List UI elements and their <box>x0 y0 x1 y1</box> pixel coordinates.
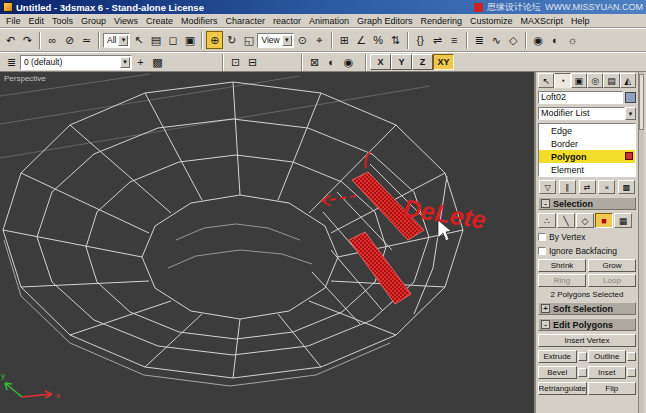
configure-stack-button[interactable]: ▩ <box>618 180 635 194</box>
tab-motion[interactable]: ◎ <box>587 73 603 88</box>
perspective-viewport[interactable]: Perspective <box>0 72 536 413</box>
menu-item-group[interactable]: Group <box>77 16 110 26</box>
percent-snap-icon[interactable]: % <box>370 31 387 49</box>
grow-button[interactable]: Grow <box>588 259 636 272</box>
extrude-settings-button[interactable] <box>578 352 587 361</box>
bind-to-spacewarp-icon[interactable]: ≃ <box>78 31 95 49</box>
loop-button[interactable]: Loop <box>588 274 636 287</box>
ring-button[interactable]: Ring <box>538 274 586 287</box>
chevron-down-icon[interactable]: ▾ <box>625 107 636 120</box>
menu-item-views[interactable]: Views <box>110 16 142 26</box>
object-color-swatch[interactable] <box>625 92 636 103</box>
polygon-mode-icon[interactable]: ■ <box>595 213 613 228</box>
menu-item-character[interactable]: Character <box>221 16 269 26</box>
axis-constraint-x-button[interactable]: X <box>370 54 391 70</box>
stack-row-border[interactable]: Border <box>539 137 635 150</box>
insert-vertex-button[interactable]: Insert Vertex <box>538 334 636 347</box>
panel-scrollbar-thumb[interactable] <box>639 74 644 130</box>
menu-item-maxscript[interactable]: MAXScript <box>517 16 568 26</box>
axis-constraint-y-button[interactable]: Y <box>391 54 412 70</box>
undo-icon[interactable]: ↶ <box>2 31 19 49</box>
menu-item-customize[interactable]: Customize <box>466 16 517 26</box>
viewport-label[interactable]: Perspective <box>4 74 46 83</box>
outline-settings-button[interactable] <box>627 352 636 361</box>
ignore-backfacing-checkbox[interactable] <box>538 247 546 255</box>
pin-stack-button[interactable]: ▽ <box>539 180 556 194</box>
selection-filter-dropdown[interactable]: All ▾ <box>103 33 130 48</box>
tab-hierarchy[interactable]: ▣ <box>571 73 587 88</box>
show-end-result-button[interactable]: ∥ <box>559 180 576 194</box>
align-icon[interactable]: ≡ <box>446 31 463 49</box>
stack-row-edge[interactable]: Edge <box>539 124 635 137</box>
named-selection-sets-icon[interactable]: {} <box>412 31 429 49</box>
create-layer-icon[interactable]: + <box>132 55 149 70</box>
menu-item-rendering[interactable]: Rendering <box>417 16 467 26</box>
bevel-settings-button[interactable] <box>578 368 587 377</box>
select-and-move-icon[interactable]: ⊕ <box>206 31 223 49</box>
spinner-snap-icon[interactable]: ⇅ <box>387 31 404 49</box>
bevel-button[interactable]: Bevel <box>538 366 577 379</box>
menu-item-modifiers[interactable]: Modifiers <box>177 16 222 26</box>
tab-utilities[interactable]: ◭ <box>620 73 636 88</box>
menu-item-create[interactable]: Create <box>142 16 177 26</box>
select-object-icon[interactable]: ↖ <box>130 31 147 49</box>
rollout-soft-selection-header[interactable]: + Soft Selection <box>538 302 636 315</box>
schematic-view-icon[interactable]: ◇ <box>505 31 522 49</box>
use-pivot-center-icon[interactable]: ⊙ <box>294 31 311 49</box>
viewport-canvas[interactable]: DeLete x y <box>0 72 536 413</box>
shrink-button[interactable]: Shrink <box>538 259 586 272</box>
layers-icon[interactable]: ≣ <box>3 55 20 70</box>
select-and-rotate-icon[interactable]: ↻ <box>223 31 240 49</box>
inset-button[interactable]: Inset <box>588 366 627 379</box>
outline-button[interactable]: Outline <box>588 350 627 363</box>
link-icon[interactable]: ∞ <box>44 31 61 49</box>
region-select-icon[interactable]: ◻ <box>164 31 181 49</box>
rollout-selection-header[interactable]: - Selection <box>538 197 636 210</box>
toolbar-extra-icon[interactable]: ⊟ <box>244 55 261 70</box>
redo-icon[interactable]: ↷ <box>19 31 36 49</box>
menu-item-animation[interactable]: Animation <box>305 16 353 26</box>
axis-constraint-xy-button[interactable]: XY <box>433 54 454 70</box>
tab-modify[interactable]: ◔ <box>554 73 570 88</box>
layer-manager-icon[interactable]: ≣ <box>471 31 488 49</box>
quick-render-icon[interactable]: ☼ <box>564 31 581 49</box>
axis-constraint-z-button[interactable]: Z <box>412 54 433 70</box>
select-and-scale-icon[interactable]: ◱ <box>240 31 257 49</box>
reference-coordsys-dropdown[interactable]: View ▾ <box>257 33 293 48</box>
angle-snap-icon[interactable]: ∠ <box>353 31 370 49</box>
menu-item-reactor[interactable]: reactor <box>269 16 305 26</box>
flip-button[interactable]: Flip <box>588 382 637 395</box>
by-vertex-checkbox[interactable] <box>538 233 546 241</box>
material-editor-icon[interactable]: ◉ <box>530 31 547 49</box>
menu-item-tools[interactable]: Tools <box>48 16 77 26</box>
curve-editor-icon[interactable]: ∿ <box>488 31 505 49</box>
menu-item-edit[interactable]: Edit <box>25 16 49 26</box>
layer-list-dropdown[interactable]: 0 (default) ▾ <box>20 55 132 70</box>
extrude-button[interactable]: Extrude <box>538 350 577 363</box>
toolbar-extra-icon[interactable]: ⊠ <box>306 55 323 70</box>
border-mode-icon[interactable]: ◇ <box>576 213 594 228</box>
mirror-icon[interactable]: ⇌ <box>429 31 446 49</box>
tab-display[interactable]: ▤ <box>603 73 619 88</box>
stack-row-element[interactable]: Element <box>539 163 635 176</box>
rollout-edit-polygons-header[interactable]: - Edit Polygons <box>538 318 636 331</box>
render-last-icon[interactable]: ◐ <box>323 55 340 70</box>
tab-create[interactable]: ↖ <box>538 73 554 88</box>
stack-row-polygon[interactable]: Polygon <box>539 150 635 163</box>
panel-scrollbar[interactable] <box>638 72 644 413</box>
vertex-mode-icon[interactable]: ∴ <box>538 213 556 228</box>
snap-toggle-icon[interactable]: ⊞ <box>336 31 353 49</box>
toolbar-extra-icon[interactable]: ⊡ <box>227 55 244 70</box>
menu-item-file[interactable]: File <box>2 16 25 26</box>
element-mode-icon[interactable]: ▦ <box>614 213 632 228</box>
remove-modifier-button[interactable]: × <box>598 180 615 194</box>
select-and-manipulate-icon[interactable]: ⌖ <box>311 31 328 49</box>
material-shortcut-icon[interactable]: ◉ <box>340 55 357 70</box>
menu-item-help[interactable]: Help <box>567 16 594 26</box>
select-by-name-icon[interactable]: ▤ <box>147 31 164 49</box>
render-scene-icon[interactable]: ◐ <box>547 31 564 49</box>
make-unique-button[interactable]: ⇄ <box>579 180 596 194</box>
window-crossing-icon[interactable]: ▣ <box>181 31 198 49</box>
layer-properties-icon[interactable]: ▩ <box>149 55 166 70</box>
edge-mode-icon[interactable]: ╲ <box>557 213 575 228</box>
